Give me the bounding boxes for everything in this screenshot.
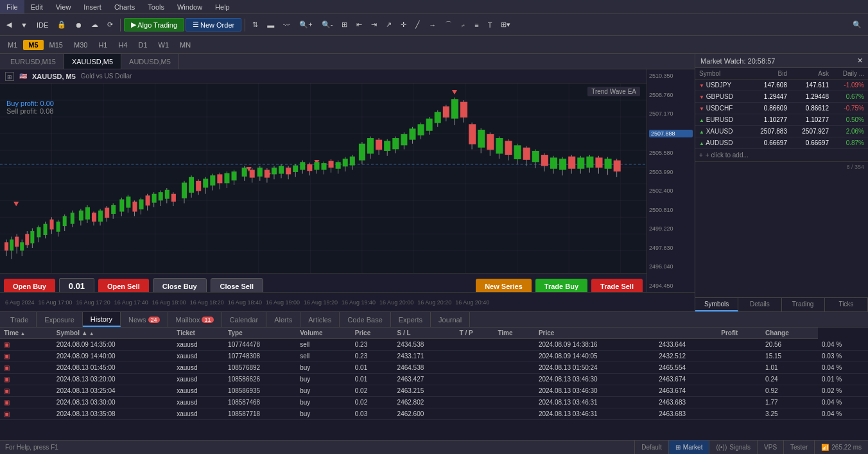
new-series-button[interactable]: New Series bbox=[476, 279, 532, 293]
menu-insert[interactable]: Insert bbox=[77, 0, 108, 13]
toolbar-btn-1[interactable]: ◀ bbox=[3, 19, 15, 30]
trade-sell-button[interactable]: Trade Sell bbox=[591, 279, 643, 293]
mw-row[interactable]: ▲ XAUUSD 2507.883 2507.927 2.06% bbox=[695, 126, 868, 137]
tf-w1[interactable]: W1 bbox=[153, 40, 175, 50]
mw-add-symbol[interactable]: + + click to add... bbox=[695, 149, 868, 161]
menu-view[interactable]: View bbox=[49, 0, 78, 13]
mw-close-icon[interactable]: ✕ bbox=[857, 57, 863, 65]
toolbar-arrow[interactable]: → bbox=[425, 20, 440, 30]
chart-tab-audusd[interactable]: AUDUSD,M5 bbox=[121, 54, 179, 69]
col-volume[interactable]: Volume bbox=[296, 327, 351, 339]
col-time-close[interactable]: Time bbox=[494, 327, 535, 339]
toolbar-bar-chart[interactable]: ▬ bbox=[263, 20, 278, 30]
toolbar-cursor[interactable]: ↗ bbox=[382, 19, 395, 30]
status-tester[interactable]: Tester bbox=[783, 441, 814, 455]
td-icon-4: ▣ bbox=[0, 385, 53, 397]
toolbar-ide[interactable]: IDE bbox=[33, 20, 52, 30]
menu-file[interactable]: File bbox=[0, 0, 24, 13]
chart-overlay: Buy profit: 0.00 Sell profit: 0.08 bbox=[6, 100, 54, 115]
mw-footer: 6 / 354 bbox=[695, 161, 868, 172]
menu-tools[interactable]: Tools bbox=[141, 0, 171, 13]
toolbar-channels[interactable]: ≡ bbox=[471, 20, 482, 30]
bp-tab-alerts[interactable]: Alerts bbox=[266, 312, 300, 327]
open-sell-button[interactable]: Open Sell bbox=[98, 279, 149, 293]
mw-row[interactable]: ▲ EURUSD 1.10277 1.10277 0.50% bbox=[695, 114, 868, 126]
bp-tab-codebase[interactable]: Code Base bbox=[340, 312, 390, 327]
mw-tab-symbols[interactable]: Symbols bbox=[695, 298, 738, 311]
col-profit[interactable]: Profit bbox=[717, 327, 761, 339]
col-tp[interactable]: T / P bbox=[456, 327, 494, 339]
col-change[interactable]: Change bbox=[761, 327, 818, 339]
status-vps[interactable]: VPS bbox=[757, 441, 783, 455]
toolbar-scroll2[interactable]: ⇥ bbox=[367, 19, 381, 30]
col-symbol[interactable]: Symbol ▲ bbox=[53, 327, 173, 339]
toolbar-grid[interactable]: ⊞ bbox=[338, 19, 351, 30]
status-market[interactable]: ⊞ Market bbox=[668, 441, 709, 455]
col-time-open[interactable]: Time bbox=[0, 327, 53, 339]
chart-tab-eurusd[interactable]: EURUSD,M15 bbox=[3, 54, 64, 69]
bp-tab-news[interactable]: News24 bbox=[121, 312, 168, 327]
col-price-open[interactable]: Price bbox=[351, 327, 394, 339]
toolbar-lock[interactable]: 🔒 bbox=[53, 19, 70, 30]
chart-area[interactable]: ⊞ 🇺🇸 XAUUSD, M5 Gold vs US Dollar Buy pr… bbox=[0, 69, 647, 292]
toolbar-line[interactable]: ╱ bbox=[412, 19, 424, 30]
mw-row[interactable]: ▼ GBPUSD 1.29447 1.29448 0.67% bbox=[695, 91, 868, 103]
toolbar-curve[interactable]: ⌒ bbox=[441, 19, 456, 31]
bp-tab-exposure[interactable]: Exposure bbox=[37, 312, 82, 327]
bp-tab-history[interactable]: History bbox=[83, 312, 121, 327]
toolbar-fibonacci[interactable]: ⌿ bbox=[457, 20, 469, 30]
tf-d1[interactable]: D1 bbox=[134, 40, 153, 50]
td-price-open-5: 2462.802 bbox=[394, 397, 456, 408]
close-buy-button[interactable]: Close Buy bbox=[153, 278, 207, 293]
col-type[interactable]: Type bbox=[224, 327, 296, 339]
toolbar-crosshair[interactable]: ⇅ bbox=[248, 19, 262, 30]
tf-m30[interactable]: M30 bbox=[69, 40, 92, 50]
col-price-close[interactable]: Price bbox=[535, 327, 655, 339]
menu-window[interactable]: Window bbox=[171, 0, 209, 13]
lot-size-input[interactable] bbox=[59, 278, 94, 292]
toolbar-wave[interactable]: 〰 bbox=[279, 20, 294, 30]
toolbar-scroll[interactable]: ⇤ bbox=[352, 19, 366, 30]
toolbar-cloud[interactable]: ☁ bbox=[87, 19, 102, 30]
mw-row[interactable]: ▼ USDJPY 147.608 147.611 -1.09% bbox=[695, 80, 868, 91]
mw-row[interactable]: ▲ AUDUSD 0.66697 0.66697 0.87% bbox=[695, 137, 868, 149]
tf-h1[interactable]: H1 bbox=[93, 40, 112, 50]
mw-tab-trading[interactable]: Trading bbox=[782, 298, 825, 311]
new-order-button[interactable]: ☰ New Order bbox=[186, 18, 241, 31]
search-button[interactable]: 🔍 bbox=[849, 19, 865, 30]
toolbar-text[interactable]: T bbox=[484, 20, 496, 30]
toolbar-zoom-out[interactable]: 🔍- bbox=[318, 19, 337, 30]
status-signals[interactable]: ((•)) Signals bbox=[709, 441, 757, 455]
bp-tab-journal[interactable]: Journal bbox=[431, 312, 470, 327]
toolbar-shapes[interactable]: ⊞▾ bbox=[497, 19, 514, 30]
tf-m1[interactable]: M1 bbox=[3, 40, 22, 50]
close-sell-button[interactable]: Close Sell bbox=[211, 278, 264, 293]
col-sl[interactable]: S / L bbox=[394, 327, 456, 339]
toolbar-zoom-in[interactable]: 🔍+ bbox=[295, 19, 316, 30]
menu-charts[interactable]: Charts bbox=[108, 0, 141, 13]
toolbar-btn-2[interactable]: ▼ bbox=[17, 20, 31, 30]
toolbar-sync[interactable]: ⟳ bbox=[103, 19, 117, 30]
menu-help[interactable]: Help bbox=[209, 0, 236, 13]
toolbar-plus[interactable]: ✛ bbox=[397, 19, 410, 30]
chart-tab-xauusd[interactable]: XAUUSD,M5 bbox=[64, 54, 121, 69]
algo-trading-button[interactable]: ▶ Algo Trading bbox=[124, 18, 184, 31]
bp-tab-mailbox[interactable]: Mailbox11 bbox=[168, 312, 222, 327]
mw-tab-ticks[interactable]: Ticks bbox=[825, 298, 868, 311]
menu-edit[interactable]: Edit bbox=[24, 0, 49, 13]
col-ticket[interactable]: Ticket bbox=[173, 327, 224, 339]
bp-tab-experts[interactable]: Experts bbox=[391, 312, 431, 327]
tf-m5[interactable]: M5 bbox=[23, 40, 43, 50]
bp-tab-calendar[interactable]: Calendar bbox=[222, 312, 267, 327]
tf-h4[interactable]: H4 bbox=[113, 40, 132, 50]
open-buy-button[interactable]: Open Buy bbox=[4, 279, 55, 293]
bp-tab-articles[interactable]: Articles bbox=[300, 312, 340, 327]
trade-buy-button[interactable]: Trade Buy bbox=[535, 279, 587, 293]
tf-mn[interactable]: MN bbox=[175, 40, 196, 50]
tf-m15[interactable]: M15 bbox=[44, 40, 68, 50]
bp-tab-trade[interactable]: Trade bbox=[3, 312, 37, 327]
mw-tab-details[interactable]: Details bbox=[738, 298, 781, 311]
mw-row[interactable]: ▼ USDCHF 0.86609 0.86612 -0.75% bbox=[695, 103, 868, 114]
history-scroll[interactable]: Time Symbol ▲ Ticket Type Volume Price S… bbox=[0, 327, 868, 433]
toolbar-rec[interactable]: ⏺ bbox=[71, 20, 86, 30]
